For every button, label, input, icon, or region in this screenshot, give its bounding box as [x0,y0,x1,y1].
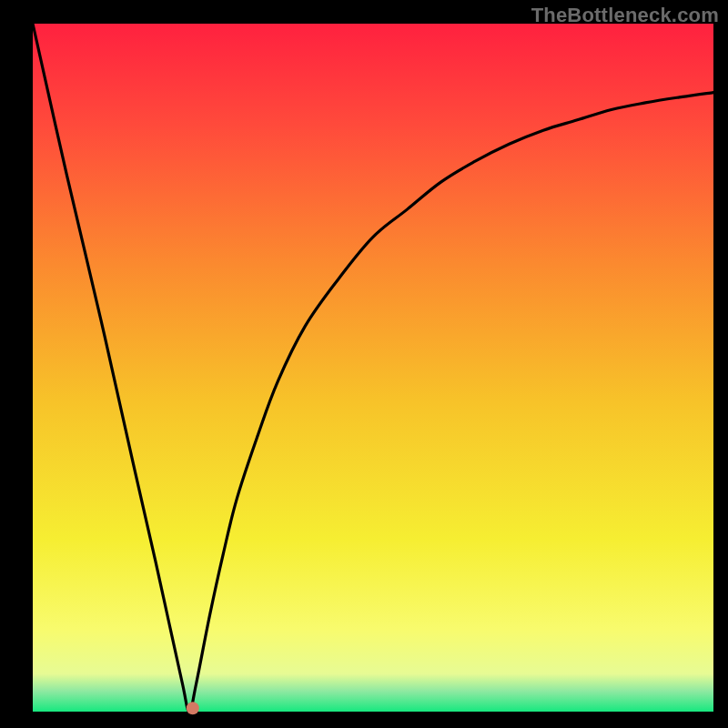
plot-area [33,24,713,712]
bottleneck-chart [0,0,728,728]
chart-frame: TheBottleneck.com [0,0,728,728]
watermark-text: TheBottleneck.com [531,4,719,27]
minimum-marker [187,702,199,714]
